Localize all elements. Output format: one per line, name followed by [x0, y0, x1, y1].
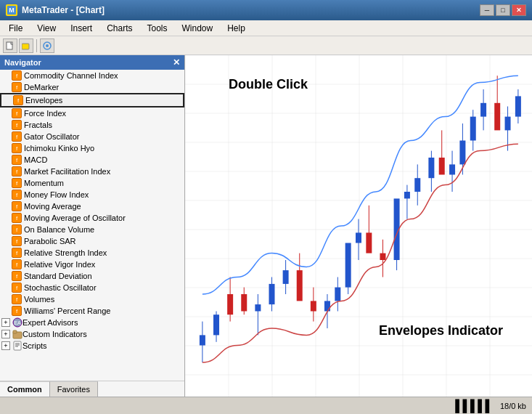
menu-window[interactable]: Window — [176, 22, 219, 35]
menu-bar: File View Insert Charts Tools Window Hel… — [0, 20, 532, 36]
nav-item-stddev[interactable]: f Standard Deviation — [0, 270, 184, 282]
nav-item-rsi[interactable]: f Relative Strength Index — [0, 247, 184, 259]
double-click-label: Double Click — [229, 77, 308, 92]
nav-item-stochastic[interactable]: f Stochastic Oscillator — [0, 282, 184, 293]
navigator-title: Navigator — [4, 58, 41, 67]
nav-label-parabolic: Parabolic SAR — [24, 237, 76, 245]
expand-expert-icon[interactable]: + — [1, 318, 10, 327]
nav-label-williams: Williams' Percent Range — [24, 307, 110, 315]
menu-help[interactable]: Help — [221, 22, 251, 35]
indicator-icon-demarker: f — [12, 82, 22, 92]
indicator-icon-fractals: f — [12, 120, 22, 130]
nav-label-macd: MACD — [24, 155, 47, 164]
indicator-icon-rsi: f — [12, 248, 22, 258]
expand-scripts-icon[interactable]: + — [1, 341, 10, 350]
svg-point-5 — [46, 44, 49, 47]
nav-item-force[interactable]: f Force Index — [0, 107, 184, 119]
nav-item-ma[interactable]: f Moving Average — [0, 200, 184, 212]
nav-label-volumes: Volumes — [24, 295, 54, 304]
maximize-button[interactable]: □ — [496, 4, 510, 16]
chart-area[interactable]: Double Click Envelopes Indicator — [185, 55, 532, 397]
expert-folder-icon: EA — [12, 317, 22, 328]
nav-label-obv: On Balance Volume — [24, 225, 94, 234]
nav-item-maoscillator[interactable]: f Moving Average of Oscillator — [0, 212, 184, 224]
nav-label-mfi: Market Facilitation Index — [24, 167, 110, 176]
nav-label-custom: Custom Indicators — [22, 330, 87, 338]
nav-item-williams[interactable]: f Williams' Percent Range — [0, 305, 184, 317]
svg-text:M: M — [9, 7, 15, 14]
status-bar: ▌▌▌▌▌ 18/0 kb — [0, 397, 532, 414]
indicator-icon-williams: f — [12, 306, 22, 316]
nav-item-obv[interactable]: f On Balance Volume — [0, 224, 184, 235]
svg-text:EA: EA — [14, 320, 21, 325]
menu-charts[interactable]: Charts — [101, 22, 138, 35]
indicator-icon-obv: f — [12, 224, 22, 235]
nav-label-rsi: Relative Strength Index — [24, 248, 107, 257]
scripts-folder-icon — [12, 341, 22, 351]
nav-item-gator[interactable]: f Gator Oscillator — [0, 131, 184, 142]
custom-folder-icon — [12, 329, 22, 339]
nav-label-rvi: Relative Vigor Index — [24, 260, 95, 269]
tab-favorites[interactable]: Favorites — [50, 381, 98, 397]
nav-label-ma: Moving Average — [24, 202, 81, 211]
app-icon: M — [6, 4, 17, 16]
expand-custom-icon[interactable]: + — [1, 330, 10, 338]
nav-label-ichimoku: Ichimoku Kinko Hyo — [24, 144, 94, 153]
nav-label-expert: Expert Advisors — [22, 318, 78, 327]
nav-label-momentum: Momentum — [24, 179, 64, 187]
indicator-icon-maoscillator: f — [12, 213, 22, 223]
nav-item-fractals[interactable]: f Fractals — [0, 119, 184, 131]
tab-common[interactable]: Common — [0, 381, 50, 397]
chart-canvas — [185, 55, 532, 397]
nav-item-volumes[interactable]: f Volumes — [0, 293, 184, 305]
svg-rect-10 — [14, 341, 21, 350]
status-right: ▌▌▌▌▌ 18/0 kb — [455, 399, 526, 413]
nav-label-moneyflow: Money Flow Index — [24, 190, 89, 199]
indicator-icon-ichimoku: f — [12, 143, 22, 153]
nav-item-macd[interactable]: f MACD — [0, 154, 184, 166]
menu-file[interactable]: File — [3, 22, 28, 35]
nav-tree[interactable]: f Commodity Channel Index f DeMarker f E… — [0, 70, 184, 381]
nav-label-demarker: DeMarker — [24, 83, 59, 92]
minimize-button[interactable]: ─ — [480, 4, 494, 16]
navigator-panel: Navigator ✕ f Commodity Channel Index f … — [0, 55, 185, 397]
nav-item-rvi[interactable]: f Relative Vigor Index — [0, 259, 184, 270]
close-button[interactable]: ✕ — [512, 4, 526, 16]
nav-item-mfi[interactable]: f Market Facilitation Index — [0, 166, 184, 177]
svg-rect-3 — [22, 44, 29, 49]
nav-item-parabolic[interactable]: f Parabolic SAR — [0, 235, 184, 247]
indicator-icon-macd: f — [12, 155, 22, 165]
nav-item-momentum[interactable]: f Momentum — [0, 177, 184, 189]
nav-label-stddev: Standard Deviation — [24, 272, 92, 280]
nav-item-demarker[interactable]: f DeMarker — [0, 81, 184, 93]
toolbar-open[interactable] — [19, 38, 33, 53]
nav-item-moneyflow[interactable]: f Money Flow Index — [0, 189, 184, 200]
menu-tools[interactable]: Tools — [142, 22, 173, 35]
nav-label-stochastic: Stochastic Oscillator — [24, 283, 97, 292]
indicator-icon-momentum: f — [12, 178, 22, 188]
toolbar-connect[interactable] — [40, 38, 54, 53]
nav-label-envelopes: Envelopes — [25, 96, 62, 105]
menu-insert[interactable]: Insert — [65, 22, 98, 35]
indicator-icon-stddev: f — [12, 271, 22, 281]
title-bar: M MetaTrader - [Chart] ─ □ ✕ — [0, 0, 532, 20]
indicator-icon-stochastic: f — [12, 283, 22, 293]
indicator-icon-force: f — [12, 108, 22, 118]
navigator-close-button[interactable]: ✕ — [173, 57, 180, 68]
nav-item-expert[interactable]: + EA Expert Advisors — [0, 317, 184, 328]
nav-item-commodity[interactable]: f Commodity Channel Index — [0, 70, 184, 81]
window-title: MetaTrader - [Chart] — [22, 5, 480, 15]
nav-label-commodity: Commodity Channel Index — [24, 71, 118, 80]
toolbar-new[interactable] — [3, 38, 17, 53]
indicator-icon-volumes: f — [12, 294, 22, 304]
indicator-icon-rvi: f — [12, 259, 22, 269]
nav-item-scripts[interactable]: + Scripts — [0, 340, 184, 352]
nav-item-ichimoku[interactable]: f Ichimoku Kinko Hyo — [0, 142, 184, 154]
menu-view[interactable]: View — [31, 22, 62, 35]
nav-item-envelopes[interactable]: f Envelopes — [0, 93, 184, 107]
status-size: 18/0 kb — [500, 402, 526, 410]
nav-label-maoscillator: Moving Average of Oscillator — [24, 214, 126, 222]
nav-item-custom[interactable]: + Custom Indicators — [0, 328, 184, 340]
indicator-icon-gator: f — [12, 131, 22, 142]
nav-label-gator: Gator Oscillator — [24, 132, 79, 141]
